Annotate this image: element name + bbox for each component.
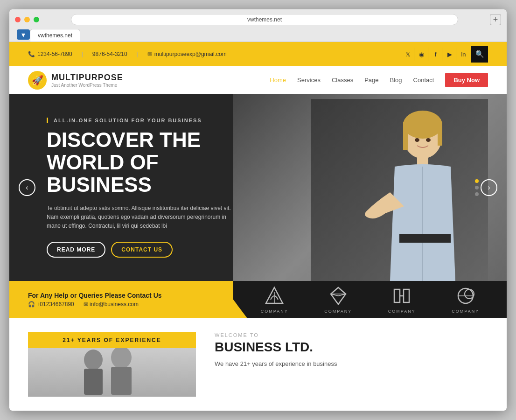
- contact-us-button[interactable]: CONTACT US: [111, 242, 173, 258]
- logo-icon-2: [328, 286, 349, 306]
- search-button[interactable]: 🔍: [471, 46, 488, 63]
- mail-icon: ✉: [84, 301, 88, 308]
- divider-2: |: [137, 51, 138, 57]
- svg-point-3: [403, 111, 442, 139]
- navigation: 🚀 MULTIPURPOSE Just Another WordPress Th…: [9, 66, 507, 94]
- logo-label-4: COMPANY: [452, 309, 479, 314]
- slider-dot-1[interactable]: [475, 179, 479, 183]
- about-section: 21+ YEARS OF EXPERIENCE WELCOME TO BUSIN…: [9, 318, 507, 411]
- site-content: 📞 1234-56-7890 | 9876-54-3210 | ✉ multip…: [9, 42, 507, 411]
- logo-label-3: COMPANY: [388, 309, 416, 314]
- contact-details: 🎧 +01234667890 ✉ info@business.com: [28, 301, 215, 308]
- svg-rect-5: [438, 122, 442, 146]
- slider-prev-button[interactable]: ‹: [19, 179, 35, 196]
- close-dot[interactable]: [15, 17, 21, 22]
- welcome-label: WELCOME TO: [215, 332, 488, 338]
- hero-section: All-In-One Solution For Your Business DI…: [9, 94, 507, 281]
- about-description: We have 21+ years of experience in busin…: [215, 359, 488, 369]
- hero-buttons: READ MORE CONTACT US: [47, 242, 233, 258]
- svg-point-9: [415, 138, 419, 142]
- logo-icon: 🚀: [28, 71, 47, 90]
- company-logo-1: COMPANY: [261, 286, 288, 314]
- svg-rect-16: [394, 289, 400, 302]
- phone-1: 📞 1234-56-7890: [28, 51, 72, 57]
- contact-email: ✉ info@business.com: [84, 301, 139, 308]
- svg-rect-17: [404, 289, 409, 302]
- about-title: BUSINESS LTD.: [215, 340, 488, 355]
- facebook-icon[interactable]: f: [429, 48, 442, 61]
- nav-blog[interactable]: Blog: [390, 77, 402, 84]
- logo-label-1: COMPANY: [261, 309, 288, 314]
- nav-services[interactable]: Services: [297, 77, 321, 84]
- url-bar[interactable]: vwthemes.net: [71, 14, 458, 25]
- logo-sub: Just Another WordPress Theme: [51, 83, 123, 88]
- slider-dot-3[interactable]: [475, 192, 479, 196]
- hero-description: Te obtinuit ut adepto satis somno. Allis…: [47, 204, 233, 231]
- svg-point-10: [426, 138, 431, 142]
- partner-logos: COMPANY COMPANY: [233, 281, 507, 318]
- svg-point-22: [84, 350, 103, 370]
- svg-marker-14: [331, 287, 346, 296]
- instagram-icon[interactable]: ◉: [415, 48, 428, 61]
- logo-label-2: COMPANY: [324, 309, 352, 314]
- twitter-icon[interactable]: 𝕏: [401, 48, 414, 61]
- browser-chrome: vwthemes.net + ▾ vwthemes.net: [9, 9, 507, 42]
- nav-page[interactable]: Page: [364, 77, 378, 84]
- logo-icon-4: [455, 286, 476, 306]
- about-image-container: 21+ YEARS OF EXPERIENCE: [28, 332, 196, 397]
- headphone-icon: 🎧: [28, 301, 35, 308]
- minimize-dot[interactable]: [24, 17, 30, 22]
- svg-rect-25: [111, 367, 132, 395]
- logo: 🚀 MULTIPURPOSE Just Another WordPress Th…: [28, 71, 123, 90]
- browser-window: vwthemes.net + ▾ vwthemes.net 📞 1234-56-…: [9, 9, 507, 411]
- hero-title: DISCOVER THE WORLD OF BUSINESS: [47, 129, 233, 196]
- company-logo-4: COMPANY: [452, 286, 479, 314]
- divider-1: |: [82, 51, 83, 57]
- svg-rect-23: [84, 369, 103, 395]
- help-text: For Any Help or Queries Please Contact U…: [28, 292, 215, 299]
- social-links: 𝕏 ◉ f ▶ in 🔍: [401, 46, 488, 63]
- nav-classes[interactable]: Classes: [332, 77, 353, 84]
- hero-content: All-In-One Solution For Your Business DI…: [9, 118, 271, 258]
- slider-dot-2[interactable]: [475, 186, 479, 189]
- nav-contact[interactable]: Contact: [413, 77, 434, 84]
- svg-rect-8: [399, 234, 451, 243]
- linkedin-icon[interactable]: in: [457, 48, 470, 61]
- email: ✉ multipurposeexp@gmail.com: [147, 51, 227, 57]
- about-image: [28, 348, 196, 397]
- svg-point-24: [111, 348, 132, 369]
- company-logo-2: COMPANY: [324, 286, 352, 314]
- top-bar-left: 📞 1234-56-7890 | 9876-54-3210 | ✉ multip…: [28, 51, 227, 57]
- new-tab-button[interactable]: +: [490, 14, 501, 25]
- email-icon: ✉: [147, 51, 152, 57]
- logo-icon-1: [264, 286, 285, 306]
- phone-icon: 📞: [28, 51, 35, 57]
- youtube-icon[interactable]: ▶: [443, 48, 456, 61]
- company-logo-3: COMPANY: [388, 286, 416, 314]
- logo-text: MULTIPURPOSE: [51, 73, 123, 82]
- nav-home[interactable]: Home: [270, 77, 286, 84]
- svg-rect-4: [403, 122, 408, 150]
- read-more-button[interactable]: READ MORE: [47, 242, 105, 258]
- years-badge: 21+ YEARS OF EXPERIENCE: [28, 332, 196, 348]
- contact-info: For Any Help or Queries Please Contact U…: [9, 281, 233, 318]
- hero-image: [311, 99, 488, 281]
- maximize-dot[interactable]: [34, 17, 39, 22]
- phone-2: 9876-54-3210: [92, 51, 127, 57]
- buy-now-button[interactable]: Buy Now: [445, 73, 488, 87]
- nav-links: Home Services Classes Page Blog Contact …: [270, 73, 488, 87]
- slider-next-button[interactable]: ›: [481, 179, 497, 196]
- slider-dots: [475, 179, 479, 196]
- about-right: WELCOME TO BUSINESS LTD. We have 21+ yea…: [215, 332, 488, 369]
- active-tab[interactable]: vwthemes.net: [30, 29, 80, 42]
- top-bar: 📞 1234-56-7890 | 9876-54-3210 | ✉ multip…: [9, 42, 507, 66]
- tab-dropdown[interactable]: ▾: [17, 29, 30, 40]
- contact-phone: 🎧 +01234667890: [28, 301, 74, 308]
- contact-strip: For Any Help or Queries Please Contact U…: [9, 281, 507, 318]
- logo-icon-3: [391, 286, 412, 306]
- hero-subtitle: All-In-One Solution For Your Business: [47, 118, 233, 123]
